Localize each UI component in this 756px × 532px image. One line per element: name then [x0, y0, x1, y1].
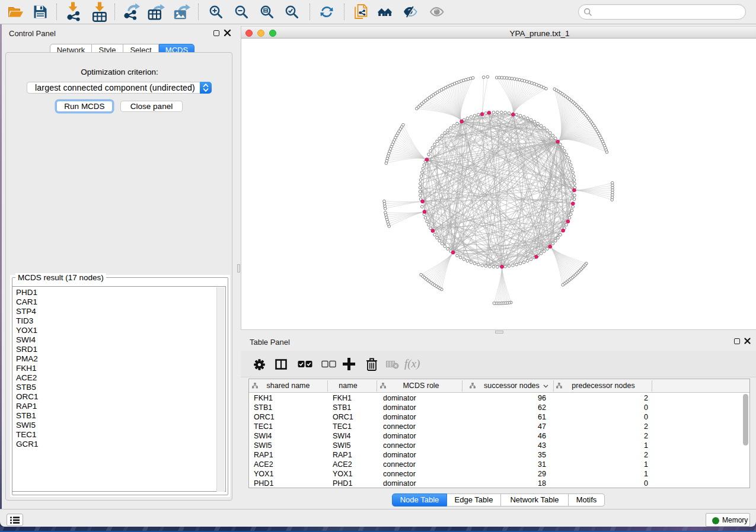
svg-text:f(x): f(x) — [404, 358, 420, 370]
